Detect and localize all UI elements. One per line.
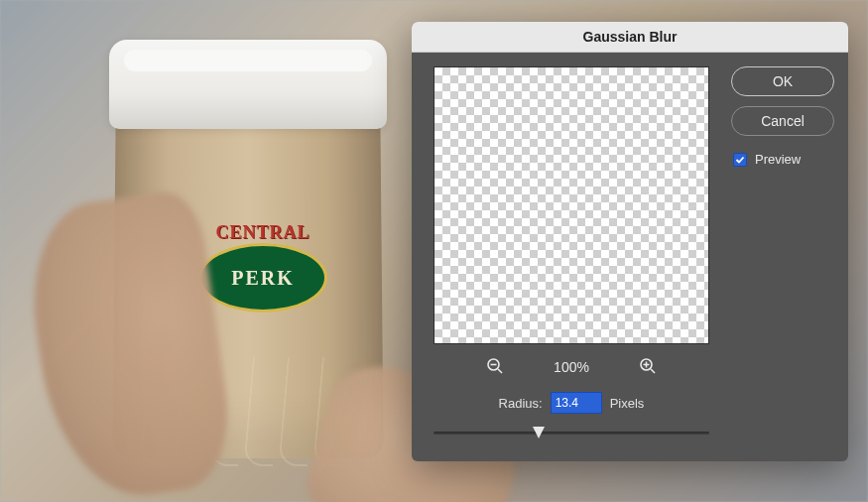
ok-button[interactable]: OK (731, 66, 834, 96)
preview-checkbox-label: Preview (755, 152, 801, 167)
dialog-left-column: 100% Radius: Pixels (426, 66, 717, 447)
zoom-in-icon (639, 357, 657, 378)
logo-text-top: CENTRAL (188, 222, 337, 243)
zoom-out-button[interactable] (484, 356, 506, 378)
dialog-title: Gaussian Blur (412, 22, 848, 53)
svg-line-4 (651, 369, 655, 373)
filter-preview-area[interactable] (434, 66, 709, 344)
checkmark-icon (735, 155, 745, 165)
zoom-level-display: 100% (544, 359, 599, 375)
slider-thumb[interactable] (533, 427, 545, 439)
radius-label: Radius: (499, 396, 543, 411)
preview-checkbox[interactable] (733, 153, 747, 167)
radius-control-row: Radius: Pixels (499, 392, 645, 414)
dialog-body: 100% Radius: Pixels (412, 53, 848, 461)
zoom-controls: 100% (484, 356, 659, 378)
slider-track (434, 432, 709, 435)
svg-line-1 (498, 369, 502, 373)
zoom-in-button[interactable] (637, 356, 659, 378)
radius-input[interactable] (551, 392, 602, 414)
coffee-cup-image: PERK CENTRAL (60, 40, 417, 476)
zoom-out-icon (486, 357, 504, 378)
logo-text-bottom: PERK (231, 267, 295, 290)
preview-checkbox-row: Preview (731, 152, 834, 167)
gaussian-blur-dialog: Gaussian Blur 100% (412, 22, 848, 461)
radius-slider[interactable] (434, 424, 709, 447)
cup-lid (109, 40, 387, 129)
cancel-button[interactable]: Cancel (731, 106, 834, 136)
radius-units-label: Pixels (610, 396, 645, 411)
dialog-right-column: OK Cancel Preview (731, 66, 834, 447)
